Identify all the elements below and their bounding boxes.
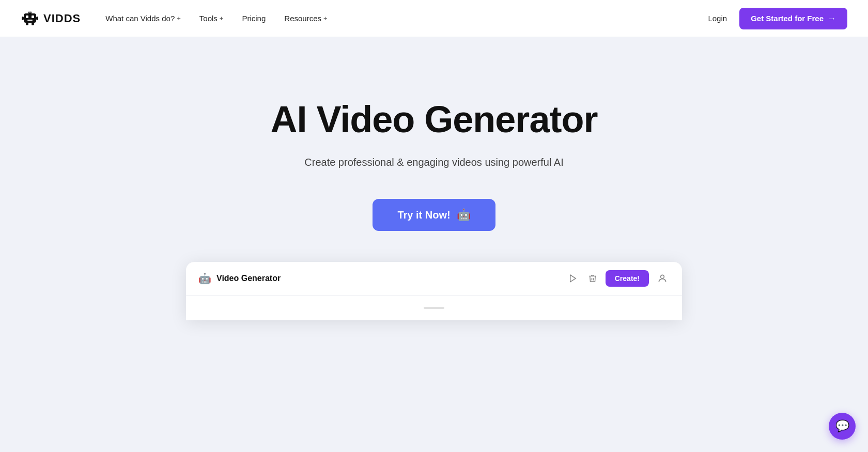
arrow-icon: → bbox=[828, 14, 836, 23]
nav-pricing[interactable]: Pricing bbox=[242, 14, 266, 23]
svg-rect-3 bbox=[27, 20, 33, 21]
nav-links: What can Vidds do? + Tools + Pricing Res… bbox=[105, 14, 327, 23]
chat-bubble-icon: 💬 bbox=[835, 419, 849, 433]
panel-bottom bbox=[186, 295, 682, 320]
navbar: VIDDS What can Vidds do? + Tools + Prici… bbox=[0, 0, 868, 37]
user-icon bbox=[657, 273, 668, 284]
plus-icon-0: + bbox=[177, 14, 181, 22]
plus-icon-1: + bbox=[220, 14, 224, 22]
nav-tools[interactable]: Tools + bbox=[199, 14, 224, 23]
nav-resources[interactable]: Resources + bbox=[284, 14, 327, 23]
plus-icon-3: + bbox=[323, 14, 328, 22]
svg-rect-7 bbox=[36, 17, 38, 20]
svg-rect-1 bbox=[26, 15, 28, 18]
svg-rect-6 bbox=[22, 17, 24, 20]
panel-header: 🤖 Video Generator bbox=[186, 262, 682, 295]
svg-rect-9 bbox=[32, 23, 34, 25]
hero-section: AI Video Generator Create professional &… bbox=[0, 37, 868, 351]
hero-title: AI Video Generator bbox=[271, 99, 598, 140]
login-button[interactable]: Login bbox=[708, 14, 727, 23]
svg-point-5 bbox=[29, 11, 31, 12]
robot-icon: 🤖 bbox=[457, 208, 471, 222]
svg-rect-8 bbox=[26, 23, 28, 25]
panel-actions: Create! bbox=[566, 270, 670, 287]
panel-scroll-indicator bbox=[424, 307, 444, 309]
svg-rect-2 bbox=[32, 15, 34, 18]
video-generator-panel: 🤖 Video Generator bbox=[186, 262, 682, 320]
navbar-left: VIDDS What can Vidds do? + Tools + Prici… bbox=[21, 9, 328, 28]
logo[interactable]: VIDDS bbox=[21, 9, 81, 28]
hero-subtitle: Create professional & engaging videos us… bbox=[304, 154, 563, 170]
nav-what-can-vidds[interactable]: What can Vidds do? + bbox=[105, 14, 181, 23]
vidds-logo-icon bbox=[21, 9, 39, 28]
navbar-right: Login Get Started for Free → bbox=[708, 8, 847, 29]
create-button[interactable]: Create! bbox=[606, 270, 649, 287]
panel-robot-icon: 🤖 bbox=[198, 272, 211, 285]
chat-widget[interactable]: 💬 bbox=[829, 413, 856, 440]
logo-text: VIDDS bbox=[43, 12, 81, 25]
panel-title: Video Generator bbox=[216, 274, 281, 283]
svg-marker-10 bbox=[570, 275, 576, 282]
panel-title-area: 🤖 Video Generator bbox=[198, 272, 281, 285]
panel-delete-button[interactable] bbox=[586, 272, 599, 285]
try-now-button[interactable]: Try it Now! 🤖 bbox=[373, 199, 495, 231]
get-started-button[interactable]: Get Started for Free → bbox=[739, 8, 847, 29]
svg-rect-0 bbox=[24, 13, 36, 23]
panel-play-button[interactable] bbox=[566, 272, 580, 285]
play-icon bbox=[568, 274, 578, 283]
trash-icon bbox=[588, 274, 597, 283]
svg-point-11 bbox=[661, 275, 664, 279]
panel-user-button[interactable] bbox=[655, 271, 670, 286]
